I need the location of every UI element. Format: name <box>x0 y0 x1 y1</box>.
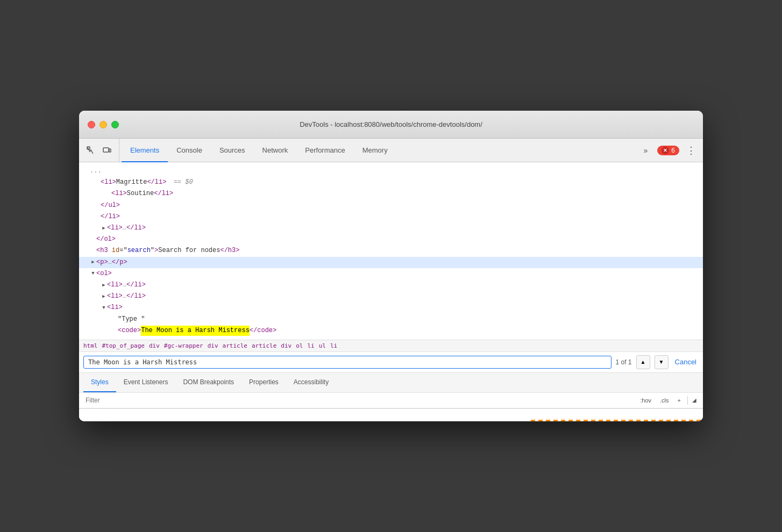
dom-line[interactable]: </ul> <box>79 200 703 211</box>
dom-line-selected[interactable]: ▶ <p>…</p> <box>79 257 703 268</box>
breadcrumb-bar: html #top_of_page div #gc-wrapper div ar… <box>79 340 703 352</box>
tab-accessibility[interactable]: Accessibility <box>286 373 336 392</box>
dom-ellipsis[interactable]: ... <box>79 166 703 177</box>
expand-triangle[interactable]: ▶ <box>90 259 96 265</box>
error-x-icon: ✕ <box>662 147 669 154</box>
breadcrumb-item[interactable]: #top_of_page <box>102 342 145 349</box>
dom-line[interactable]: <li>Magritte</li> == $0 <box>79 177 703 188</box>
dom-line[interactable]: ▼ <li> <box>79 302 703 313</box>
breadcrumb-item[interactable]: article <box>252 342 276 349</box>
breadcrumb-item[interactable]: ol <box>296 342 303 349</box>
inspect-icon[interactable] <box>83 143 98 158</box>
filter-bar: :hov .cls + ◢ <box>79 393 703 408</box>
tab-list: Elements Console Sources Network Perform… <box>122 139 634 162</box>
bottom-tab-list: Styles Event Listeners DOM Breakpoints P… <box>79 373 703 393</box>
tab-performance[interactable]: Performance <box>296 139 353 162</box>
search-input[interactable] <box>83 356 612 369</box>
dom-line[interactable]: </ol> <box>79 234 703 245</box>
tab-styles[interactable]: Styles <box>83 373 116 392</box>
dom-line[interactable]: <h3 id="search">Search for nodes</h3> <box>79 245 703 256</box>
error-badge[interactable]: ✕ 6 <box>657 146 679 155</box>
resize-handle[interactable]: ◢ <box>692 397 696 403</box>
dom-line[interactable]: ▶ <li>…</li> <box>79 291 703 302</box>
search-cancel-button[interactable]: Cancel <box>673 358 699 366</box>
dom-line[interactable]: ▼ <ol> <box>79 268 703 279</box>
dom-line[interactable]: "Type " <box>79 314 703 325</box>
dom-line[interactable]: <li>Soutine</li> <box>79 188 703 199</box>
tab-memory[interactable]: Memory <box>354 139 396 162</box>
styles-panel-bottom <box>79 408 703 421</box>
title-bar: DevTools - localhost:8080/web/tools/chro… <box>79 111 703 139</box>
search-count: 1 of 1 <box>616 358 632 366</box>
tab-sources[interactable]: Sources <box>211 139 254 162</box>
expand-triangle[interactable]: ▶ <box>101 293 107 300</box>
toolbar: Elements Console Sources Network Perform… <box>79 139 703 162</box>
tab-network[interactable]: Network <box>254 139 297 162</box>
breadcrumb-item[interactable]: #gc-wrapper <box>164 342 203 349</box>
traffic-lights <box>88 121 119 128</box>
kebab-menu-button[interactable]: ⋮ <box>684 143 699 158</box>
dom-line[interactable]: <code>The Moon is a Harsh Mistress</code… <box>79 325 703 336</box>
filter-input[interactable] <box>86 397 638 404</box>
more-tabs-button[interactable]: » <box>638 143 653 158</box>
tab-properties[interactable]: Properties <box>241 373 286 392</box>
minimize-button[interactable] <box>99 121 107 128</box>
breadcrumb-item[interactable]: li <box>307 342 314 349</box>
dashed-indicator <box>531 420 703 421</box>
dom-panel: ... <li>Magritte</li> == $0 <li>Soutine<… <box>79 162 703 340</box>
dom-line[interactable]: ▶ <li>…</li> <box>79 279 703 291</box>
search-next-button[interactable]: ▼ <box>655 355 669 369</box>
breadcrumb-item[interactable]: div <box>149 342 160 349</box>
tab-console[interactable]: Console <box>168 139 211 162</box>
collapse-triangle[interactable]: ▼ <box>90 270 96 277</box>
dom-line[interactable]: </li> <box>79 211 703 222</box>
cls-button[interactable]: .cls <box>658 396 671 405</box>
expand-triangle[interactable]: ▶ <box>101 225 107 232</box>
collapse-triangle[interactable]: ▼ <box>101 305 107 311</box>
main-content: ... <li>Magritte</li> == $0 <li>Soutine<… <box>79 162 703 421</box>
filter-actions: :hov .cls + ◢ <box>638 396 696 405</box>
breadcrumb-item[interactable]: li <box>330 342 337 349</box>
breadcrumb-item[interactable]: ul <box>319 342 326 349</box>
breadcrumb-item[interactable]: article <box>223 342 247 349</box>
filter-divider <box>687 396 688 405</box>
hov-button[interactable]: :hov <box>638 396 653 405</box>
add-style-button[interactable]: + <box>676 396 683 405</box>
dom-line[interactable]: ▶ <li>…</li> <box>79 222 703 234</box>
tab-dom-breakpoints[interactable]: DOM Breakpoints <box>175 373 241 392</box>
breadcrumb-item[interactable]: html <box>83 342 98 349</box>
search-highlight: The Moon is a Harsh Mistress <box>141 326 250 336</box>
breadcrumb-item[interactable]: div <box>281 342 292 349</box>
tab-elements[interactable]: Elements <box>122 139 168 162</box>
expand-triangle[interactable]: ▶ <box>101 282 107 289</box>
search-bar: 1 of 1 ▲ ▼ Cancel <box>79 352 703 373</box>
tab-event-listeners[interactable]: Event Listeners <box>116 373 176 392</box>
svg-rect-2 <box>109 149 111 152</box>
search-prev-button[interactable]: ▲ <box>636 355 650 369</box>
toolbar-icons <box>83 139 119 162</box>
breadcrumb-item[interactable]: div <box>208 342 218 349</box>
maximize-button[interactable] <box>111 121 119 128</box>
svg-rect-1 <box>103 148 109 152</box>
devtools-window: DevTools - localhost:8080/web/tools/chro… <box>79 111 703 421</box>
toolbar-right: » ✕ 6 ⋮ <box>634 139 699 162</box>
device-icon[interactable] <box>99 143 115 158</box>
close-button[interactable] <box>88 121 95 128</box>
window-title: DevTools - localhost:8080/web/tools/chro… <box>300 120 482 128</box>
